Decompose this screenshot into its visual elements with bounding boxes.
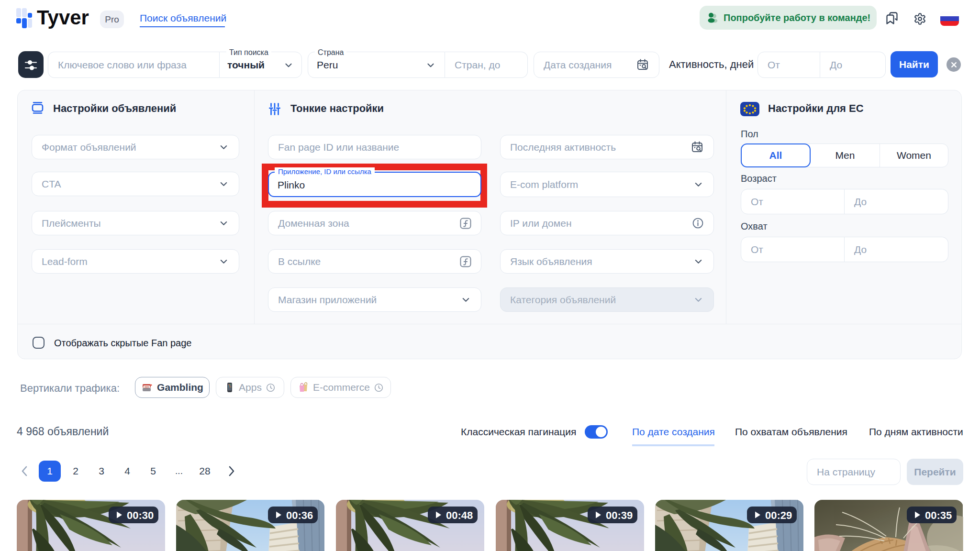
- svg-text:00:36: 00:36: [286, 509, 313, 521]
- svg-text:00:35: 00:35: [925, 509, 952, 521]
- svg-text:00:48: 00:48: [446, 509, 473, 521]
- svg-text:00:39: 00:39: [606, 509, 633, 521]
- svg-text:00:30: 00:30: [127, 509, 154, 521]
- svg-text:00:29: 00:29: [765, 509, 792, 521]
- svg-text:777: 777: [145, 386, 149, 388]
